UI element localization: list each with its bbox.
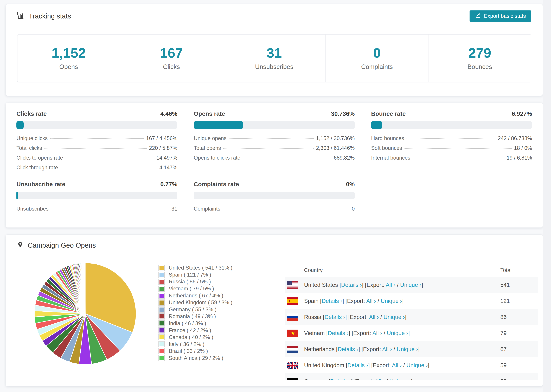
stat-cell: 167Clicks (120, 35, 223, 82)
progress-bar (194, 121, 354, 129)
export-all-link[interactable]: All › (392, 362, 402, 368)
dotted-leader (404, 148, 512, 149)
country-name: Russia (304, 314, 323, 320)
bracket: ] [ (349, 330, 353, 336)
export-all-link[interactable]: All › (366, 298, 376, 304)
rate-title: Bounce rate (371, 110, 406, 117)
bracket: / (376, 298, 381, 304)
export-basic-stats-button[interactable]: Export basic stats (470, 10, 531, 22)
export-unique-link[interactable]: Unique › (389, 378, 411, 380)
export-unique-link[interactable]: Unique › (400, 282, 422, 288)
legend-swatch (158, 272, 165, 278)
rate-value: 30.736% (331, 110, 354, 117)
bracket: ] [ (342, 298, 347, 304)
rates-card: Clicks rate4.46%Unique clicks167 / 4.456… (6, 103, 543, 228)
legend-label: India ( 46 / 3% ) (169, 320, 206, 327)
country-cell: Spain [Details ›] [Export: All › / Uniqu… (304, 298, 403, 304)
total-value: 86 (500, 314, 538, 320)
bracket: [ (329, 378, 330, 380)
export-all-link[interactable]: All › (375, 378, 385, 380)
stat-value: 31 (267, 46, 282, 60)
export-all-link[interactable]: All › (386, 282, 396, 288)
country-cell: United Kingdom [Details ›] [Export: All … (304, 362, 429, 369)
rate-row-value: 0 (352, 206, 354, 212)
total-value: 67 (500, 346, 538, 352)
stat-label: Unsubscribes (255, 63, 293, 70)
export-unique-link[interactable]: Unique › (387, 330, 408, 336)
stat-label: Clicks (163, 63, 180, 70)
rate-value: 0% (346, 181, 355, 188)
details-link[interactable]: Details › (322, 298, 342, 304)
legend-label: Brazil ( 33 / 2% ) (169, 348, 208, 354)
legend-swatch (158, 265, 165, 271)
tracking-stats-header: Tracking stats Export basic stats (6, 4, 543, 28)
dotted-leader (407, 138, 495, 139)
legend-label: Germany ( 55 / 3% ) (169, 307, 216, 313)
rate-row-value: 2,303 / 61.446% (316, 145, 355, 151)
rate-row-value: 19 / 6.81% (507, 155, 532, 161)
bracket: ] (428, 362, 429, 368)
rate-row-label: Internal bounces (371, 155, 410, 161)
legend-item: India ( 46 / 3% ) (158, 320, 232, 327)
total-value: 59 (500, 362, 538, 369)
rate-row-label: Clicks to opens rate (16, 155, 63, 161)
rate-value: 4.46% (160, 110, 177, 117)
legend-swatch (158, 286, 165, 292)
geo-table: Country Total United States [Details ›] … (285, 264, 538, 380)
legend-label: Romania ( 49 / 3% ) (169, 313, 216, 320)
country-name: Netherlands (304, 346, 336, 352)
dotted-leader (51, 209, 169, 209)
details-link[interactable]: Details › (325, 314, 345, 320)
rate-row: Internal bounces19 / 6.81% (371, 155, 532, 165)
legend-item: Spain ( 121 / 7% ) (158, 271, 232, 279)
rate-value: 0.77% (160, 181, 177, 188)
country-name: Spain (304, 298, 320, 304)
bracket: / (382, 330, 387, 336)
map-marker-icon (17, 241, 23, 250)
rate-title: Complaints rate (194, 181, 239, 188)
country-name: Vietnam (304, 330, 326, 336)
details-link[interactable]: Details › (328, 330, 349, 336)
bracket: ] [ (351, 378, 356, 380)
geo-opens-header: Campaign Geo Opens (6, 235, 543, 256)
legend-label: Russia ( 86 / 5% ) (169, 279, 211, 285)
details-link[interactable]: Details › (330, 378, 351, 380)
rate-row: Unsubscribes31 (16, 206, 177, 216)
progress-bar (16, 192, 177, 199)
export-unique-link[interactable]: Unique › (397, 346, 418, 352)
bracket: ] (418, 346, 420, 352)
rate-row-label: Total opens (194, 145, 221, 151)
legend-swatch (158, 279, 165, 285)
export-all-link[interactable]: All › (372, 330, 382, 336)
rate-row: Unique opens1,152 / 30.736% (194, 135, 354, 145)
table-row-ru: Russia [Details ›] [Export: All › / Uniq… (285, 309, 538, 325)
legend-item: Germany ( 55 / 3% ) (158, 306, 232, 313)
export-unique-link[interactable]: Unique › (381, 298, 402, 304)
export-unique-link[interactable]: Unique › (383, 314, 405, 320)
page-scrollbar[interactable] (543, 0, 551, 392)
total-value: 541 (500, 282, 538, 288)
bracket: ] (408, 330, 410, 336)
bracket: [ (320, 298, 322, 304)
stat-cell: 0Complaints (326, 35, 429, 82)
export-all-link[interactable]: All › (382, 346, 392, 352)
legend-label: Netherlands ( 67 / 4% ) (169, 293, 223, 299)
export-unique-link[interactable]: Unique › (406, 362, 428, 368)
dotted-leader (223, 209, 349, 209)
stat-label: Bounces (467, 63, 492, 70)
legend-item: Canada ( 40 / 2% ) (158, 334, 232, 341)
pie-slice-other (85, 263, 85, 314)
details-link[interactable]: Details › (338, 346, 358, 352)
country-flag-de (287, 378, 298, 380)
dotted-leader (60, 168, 157, 168)
rate-row-value: 689.82% (334, 155, 354, 161)
rate-row-value: 14.497% (156, 155, 177, 161)
export-all-link[interactable]: All › (369, 314, 379, 320)
legend-swatch (158, 307, 165, 313)
rate-row: Unique clicks167 / 4.456% (16, 135, 177, 145)
legend-label: Canada ( 40 / 2% ) (169, 334, 213, 340)
details-link[interactable]: Details › (341, 282, 362, 288)
legend-label: France ( 42 / 2% ) (169, 327, 211, 334)
export-label: Export: (356, 378, 375, 380)
details-link[interactable]: Details › (347, 362, 368, 368)
